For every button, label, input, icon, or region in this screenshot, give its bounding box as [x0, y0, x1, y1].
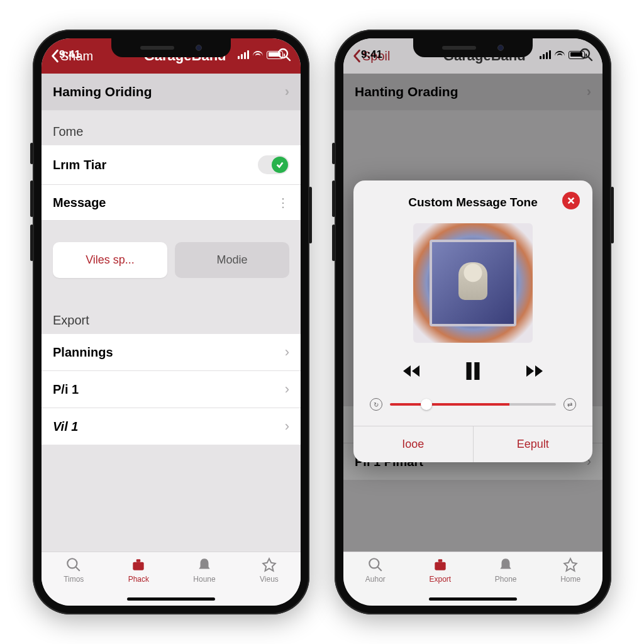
- briefcase-icon: [432, 557, 448, 572]
- chevron-right-icon: ›: [285, 344, 289, 360]
- tab-home[interactable]: Home: [560, 557, 580, 584]
- row-label: Haming Oriding: [53, 84, 152, 99]
- list-row[interactable]: Vil 1 ›: [42, 408, 301, 445]
- progress-slider[interactable]: [390, 403, 556, 406]
- segment-primary[interactable]: Viles sp...: [53, 242, 167, 278]
- segmented-control: Viles sp... Modie: [42, 221, 301, 299]
- side-button: [611, 187, 614, 243]
- tab-label: Export: [429, 575, 451, 584]
- segment-secondary[interactable]: Modie: [175, 242, 289, 278]
- chevron-right-icon: ›: [285, 84, 289, 100]
- row-label: P/i 1: [53, 382, 79, 397]
- forward-button[interactable]: [525, 362, 545, 383]
- status-time: 9:41: [361, 48, 382, 61]
- modal-action-left[interactable]: Iooe: [353, 426, 473, 462]
- status-time: 9:41: [59, 48, 80, 61]
- repeat-icon[interactable]: ↻: [370, 398, 382, 411]
- search-icon: [65, 557, 82, 572]
- svg-line-11: [377, 567, 382, 571]
- list-row[interactable]: Plannings ›: [42, 334, 301, 371]
- check-icon: [275, 160, 284, 169]
- side-button: [332, 225, 335, 261]
- tab-label: Phack: [128, 575, 149, 584]
- briefcase-icon: [130, 557, 147, 572]
- list-row[interactable]: Lrım Tiar: [42, 145, 301, 185]
- list-row[interactable]: P/i 1 ›: [42, 371, 301, 408]
- tab-houne[interactable]: Houne: [193, 557, 215, 584]
- svg-line-3: [76, 567, 80, 571]
- tab-label: Timos: [64, 575, 84, 584]
- side-button: [30, 180, 33, 217]
- side-button: [332, 180, 335, 217]
- wifi-icon: [555, 51, 565, 58]
- modal-actions: Iooe Eepult: [353, 426, 592, 462]
- status-icons: [238, 50, 283, 59]
- notch: [111, 38, 231, 57]
- tab-phone[interactable]: Phone: [495, 557, 517, 584]
- notch: [413, 38, 533, 57]
- tab-timos[interactable]: Timos: [64, 557, 84, 584]
- content: Haming Oriding › Гоme Lrım Tiar Message …: [42, 74, 301, 552]
- bell-icon: [196, 557, 213, 572]
- tab-vieus[interactable]: Vieus: [260, 557, 279, 584]
- battery-icon: [267, 51, 283, 59]
- tab-phack[interactable]: Phack: [128, 557, 149, 584]
- battery-icon: [569, 51, 585, 59]
- signal-icon: [540, 50, 551, 59]
- rewind-icon: [401, 362, 421, 380]
- bell-icon: [497, 557, 514, 572]
- svg-rect-13: [438, 559, 443, 562]
- status-icons: [540, 50, 585, 59]
- more-icon[interactable]: ⋯: [276, 197, 291, 208]
- phone-left: 9:41 Sham GarageBand Haming Oriding ›: [33, 30, 309, 614]
- album-art: [413, 223, 533, 343]
- pause-button[interactable]: [464, 360, 482, 384]
- modal-title: Custom Message Tone: [408, 196, 538, 209]
- phone-right: 9:41 Spoil GarageBand Hanting Orading ›: [335, 30, 611, 614]
- svg-rect-5: [136, 559, 141, 562]
- tab-export[interactable]: Export: [429, 557, 451, 584]
- tab-label: Houne: [193, 575, 215, 584]
- side-button: [30, 143, 33, 164]
- shuffle-icon[interactable]: ⇄: [564, 398, 576, 411]
- home-indicator[interactable]: [429, 597, 517, 601]
- svg-point-2: [68, 558, 77, 568]
- toggle-on[interactable]: [258, 155, 289, 174]
- section-header: Гоme: [42, 111, 301, 145]
- star-icon: [562, 557, 579, 572]
- chevron-right-icon: ›: [285, 418, 289, 435]
- home-indicator[interactable]: [127, 597, 215, 601]
- row-label: Plannings: [53, 345, 113, 360]
- search-icon: [367, 557, 384, 572]
- tab-label: Vieus: [260, 575, 279, 584]
- tab-auhor[interactable]: Auhor: [365, 557, 386, 584]
- list-row[interactable]: Haming Oriding ›: [42, 74, 301, 111]
- side-button: [332, 143, 335, 164]
- rewind-button[interactable]: [401, 362, 421, 383]
- player-modal: Custom Message Tone: [353, 180, 592, 462]
- signal-icon: [238, 50, 249, 59]
- chevron-right-icon: ›: [285, 381, 289, 397]
- row-label: Vil 1: [53, 419, 78, 434]
- svg-rect-12: [435, 562, 445, 570]
- row-label: Lrım Tiar: [53, 158, 106, 172]
- row-label: Message: [53, 196, 106, 210]
- close-button[interactable]: [562, 192, 580, 209]
- svg-rect-4: [133, 562, 144, 570]
- list-row[interactable]: Message ⋯: [42, 185, 301, 221]
- close-icon: [567, 196, 575, 205]
- playback-controls: [365, 355, 581, 396]
- side-button: [309, 187, 312, 243]
- star-icon: [261, 557, 277, 572]
- progress-row: ↻ ⇄: [365, 396, 581, 422]
- side-button: [30, 225, 33, 261]
- tab-label: Auhor: [365, 575, 386, 584]
- content: Hanting Orading › Mestifg › Pil 1 Pimart…: [343, 74, 602, 552]
- tab-label: Phone: [495, 575, 517, 584]
- modal-action-right[interactable]: Eepult: [473, 426, 593, 462]
- forward-icon: [525, 362, 545, 380]
- tab-label: Home: [560, 575, 580, 584]
- svg-rect-8: [467, 362, 472, 380]
- section-header: Export: [42, 299, 301, 334]
- pause-icon: [464, 360, 482, 382]
